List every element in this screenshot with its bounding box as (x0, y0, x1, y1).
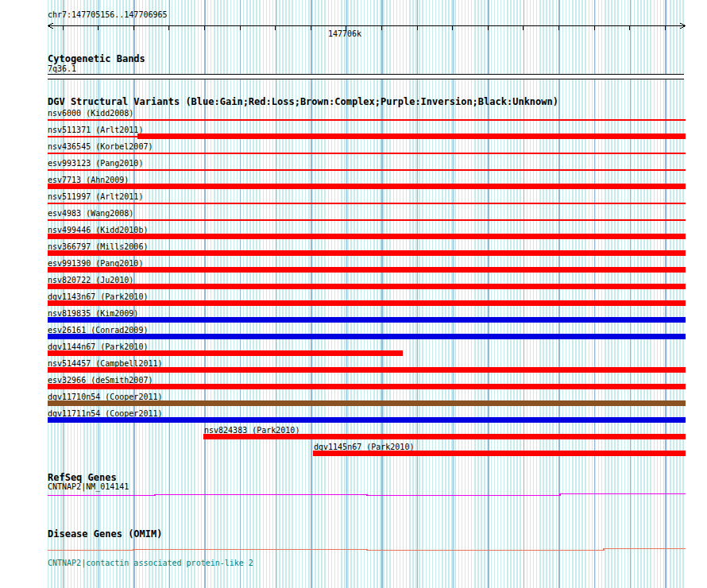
section-title-cytogenetic-bands: Cytogenetic Bands (48, 53, 145, 64)
ruler (48, 21, 686, 32)
variant-bar[interactable] (48, 136, 137, 137)
variant-bar[interactable] (313, 451, 686, 456)
omim-gene-label: CNTNAP2|contactin associated protein-lik… (48, 559, 253, 568)
cytoband-label: 7q36.1 (48, 64, 76, 74)
variant-label: esv4983 (Wang2008) (48, 209, 133, 219)
variant-bar[interactable] (48, 119, 686, 121)
variant-bar[interactable] (48, 169, 686, 171)
variant-bar[interactable] (48, 417, 686, 423)
variant-bar[interactable] (48, 367, 686, 373)
variant-bar[interactable] (48, 184, 686, 189)
variant-bar[interactable] (48, 350, 403, 356)
region-label: chr7:147705156..147706965 (48, 10, 168, 20)
variant-bar[interactable] (48, 317, 686, 323)
variant-bar[interactable] (48, 250, 686, 256)
variant-bar[interactable] (203, 434, 686, 439)
genome-browser-view: chr7:147705156..147706965 147706k Cytoge… (0, 0, 707, 588)
section-title-disease-genes-omim: Disease Genes (OMIM) (48, 528, 163, 540)
variant-bar[interactable] (137, 133, 686, 139)
section-title-dgv-variants: DGV Structural Variants (Blue:Gain;Red:L… (48, 96, 558, 107)
variant-label: nsv511371 (Arlt2011) (48, 126, 143, 135)
variant-bar[interactable] (48, 267, 686, 273)
variant-bar[interactable] (48, 300, 686, 306)
variant-label: nsv511997 (Arlt2011) (48, 192, 143, 202)
ruler-tick-label: 147706k (328, 29, 361, 39)
section-title-refseq-genes: RefSeq Genes (48, 472, 117, 483)
variant-bar[interactable] (48, 284, 686, 289)
variant-bar[interactable] (48, 234, 686, 239)
cytoband-glyph[interactable] (48, 74, 684, 79)
variant-bar[interactable] (48, 334, 686, 339)
variant-bar[interactable] (48, 203, 686, 204)
omim-gene-glyph[interactable] (48, 546, 686, 554)
refseq-gene-glyph[interactable] (48, 490, 686, 498)
variant-label: nsv436545 (Korbel2007) (48, 142, 153, 152)
variant-bar[interactable] (48, 400, 686, 406)
variant-label: nsv6000 (Kidd2008) (48, 109, 133, 118)
variant-bar[interactable] (48, 219, 686, 221)
variant-bar[interactable] (48, 384, 686, 389)
variant-bar[interactable] (48, 153, 686, 154)
variant-label: esv993123 (Pang2010) (48, 159, 143, 168)
